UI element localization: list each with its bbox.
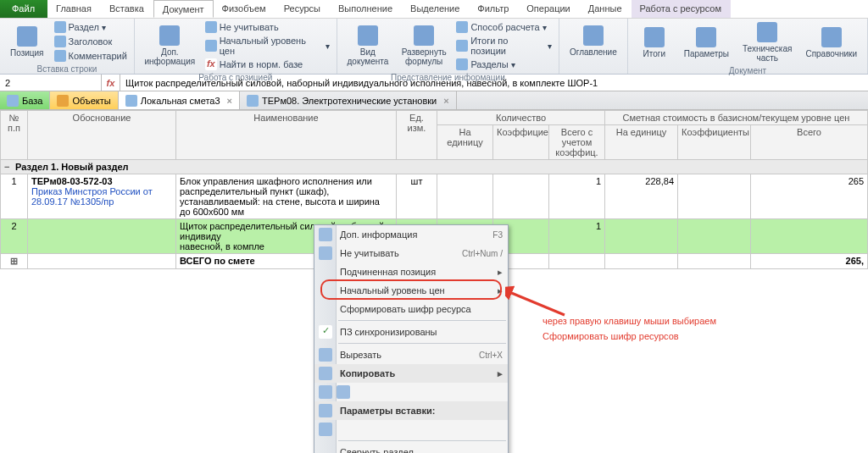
btn-techchast[interactable]: Техническаячасть [737,20,797,64]
btn-parametry[interactable]: Параметры [679,25,734,60]
col-num[interactable]: №п.п [1,111,28,160]
btn-pozitsiya[interactable]: Позиция [5,25,49,59]
ctx-pzsync[interactable]: ✓ПЗ синхронизированы [314,323,508,341]
header-icon [54,36,66,47]
doctab-term[interactable]: ТЕРм08. Электротехнические установки× [240,91,457,109]
tab-fizobem[interactable]: Физобъем [214,0,275,18]
btn-zagolovok[interactable]: Заголовок [53,35,129,48]
doctab-baza[interactable]: База [0,91,50,109]
btn-itogipoz[interactable]: Итоги по позиции ▾ [454,35,554,57]
sections-icon [456,58,468,70]
col-koef[interactable]: Коэффициенты [493,125,549,160]
toc-icon [583,25,604,46]
info-icon [159,25,180,46]
doctab-objekty[interactable]: Объекты [50,91,118,109]
info-icon [319,228,332,241]
tab-execution[interactable]: Выполнение [330,0,402,18]
col-kol[interactable]: Количество [437,111,605,125]
calc-icon [456,21,468,33]
ribbon-toolbar: Позиция Раздел ▾ Заголовок Комментарий В… [0,19,868,75]
formula-text[interactable]: Щиток распределительный силовой, наборны… [120,76,868,90]
col-name[interactable]: Наименование [176,111,397,160]
col-smet[interactable]: Сметная стоимость в базисном/текущем уро… [605,111,868,125]
ctx-vyrezat[interactable]: ВырезатьCtrl+X [314,345,508,364]
ctx-paste-options[interactable] [314,420,508,439]
close-icon[interactable]: × [443,96,448,106]
btn-dopinfo[interactable]: Доп.информация [140,24,200,68]
level-icon [205,40,217,52]
annotation-text: через правую клавишу мыши выбираем Сформ… [542,313,716,344]
exclude-icon [205,21,217,33]
btn-razvernut[interactable]: Развернутьформулы [397,24,451,68]
fx-icon: fx [205,58,217,70]
tab-selection[interactable]: Выделение [402,0,469,18]
document-tabs: База Объекты Локальная смета3× ТЕРм08. Э… [0,91,868,110]
table-row[interactable]: 1 ТЕРм08-03-572-03Приказ Минстроя России… [1,174,868,219]
doc-view-icon [358,25,378,46]
paste-icon [319,404,332,417]
params-icon [696,27,716,47]
col-obosn[interactable]: Обоснование [28,111,176,160]
tab-home[interactable]: Главная [47,0,101,18]
ctx-kopirovat[interactable]: Копировать [314,364,508,383]
tab-filter[interactable]: Фильтр [469,0,518,18]
fx-button[interactable]: fx [102,75,120,91]
col-s-na-ed[interactable]: На единицу [605,125,678,160]
prikaz-link[interactable]: Приказ Минстроя России от 28.09.17 №1305… [31,186,153,207]
ctx-dopinfo[interactable]: Доп. информацияF3 [314,225,508,244]
col-s-koef[interactable]: Коэффициенты [678,125,751,160]
totals-icon [644,27,665,47]
btn-sposob[interactable]: Способ расчета ▾ [454,20,554,34]
col-ed[interactable]: Ед. изм. [397,111,437,160]
techpart-icon [757,22,777,42]
tab-file[interactable]: Файл [0,0,47,18]
refs-icon [821,27,842,47]
section-icon [54,21,66,33]
cut-icon [319,348,332,362]
section-row[interactable]: − Раздел 1. Новый раздел [1,160,868,174]
doc-icon [125,95,137,107]
btn-viddok[interactable]: Виддокумента [342,24,393,68]
copy-text-icon [337,385,350,399]
ctx-podchin[interactable]: Подчиненная позиция [314,262,508,281]
btn-spravochniki[interactable]: Справочники [800,25,862,60]
ctx-svernut[interactable]: Свернуть раздел [314,443,508,453]
tab-document[interactable]: Документ [153,0,214,18]
tab-data[interactable]: Данные [580,0,632,18]
btn-razdely[interactable]: Разделы ▾ [454,58,554,71]
sum-icon [456,40,468,52]
doc-icon [247,95,259,107]
expand-icon [414,25,434,46]
expand-icon[interactable]: ⊞ [10,256,19,267]
svg-line-1 [509,292,565,315]
group-vstavka: Вставка строки [5,63,129,74]
doctab-smeta[interactable]: Локальная смета3× [119,91,240,109]
ribbon-tabs: Файл Главная Вставка Документ Физобъем Р… [0,0,868,19]
btn-itogi[interactable]: Итоги [633,25,676,60]
btn-nachuroven[interactable]: Начальный уровень цен ▾ [203,35,331,57]
col-s-vsego[interactable]: Всего [751,125,868,160]
collapse-icon[interactable]: − [4,162,13,172]
btn-neuchityvat[interactable]: Не учитывать [203,20,331,34]
ctx-nachur[interactable]: Начальный уровень цен [314,281,508,300]
col-vsego-uch[interactable]: Всего сучетомкоэффиц. [549,125,605,160]
ctx-copy-options[interactable] [314,383,508,401]
btn-kommentariy[interactable]: Комментарий [53,49,129,63]
tab-rabota[interactable]: Работа с ресурсом [632,0,731,18]
copy-icon [319,367,332,380]
col-na-ed[interactable]: Наединицу [437,125,493,160]
tab-insert[interactable]: Вставка [101,0,153,18]
close-icon[interactable]: × [227,96,232,106]
formula-bar: 2 fx Щиток распределительный силовой, на… [0,75,868,91]
copy-doc-icon [319,385,332,399]
ctx-neuchit[interactable]: Не учитыватьCtrl+Num / [314,244,508,262]
tab-resources[interactable]: Ресурсы [275,0,330,18]
tab-operations[interactable]: Операции [518,0,579,18]
db-icon [7,95,19,107]
ctx-paramv: Параметры вставки: [314,401,508,420]
cell-reference[interactable]: 2 [0,75,102,91]
ctx-sform-shifr[interactable]: Сформировать шифр ресурса [314,300,508,318]
btn-oglavlenie[interactable]: Оглавление [565,24,622,58]
btn-razdel[interactable]: Раздел ▾ [53,20,129,34]
btn-naitinorm[interactable]: fxНайти в норм. базе [203,58,331,71]
